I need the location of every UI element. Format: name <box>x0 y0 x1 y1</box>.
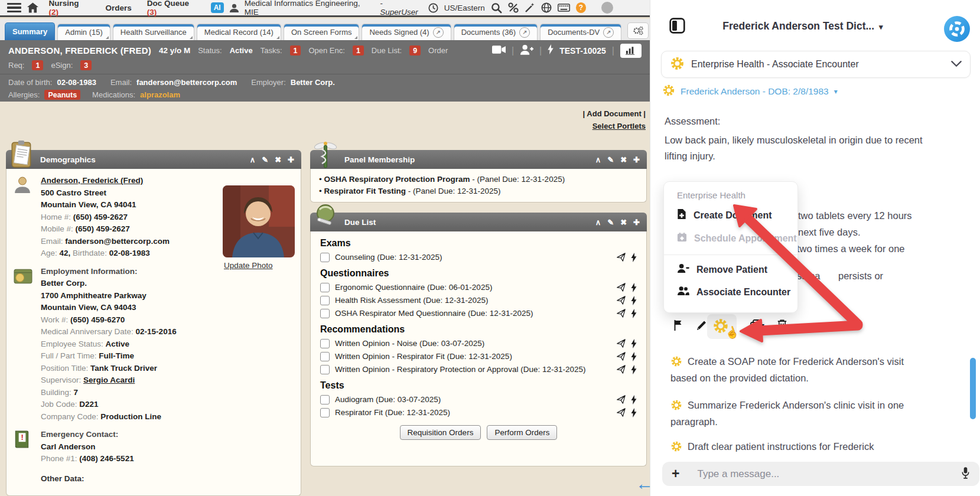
patient-dropdown-icon[interactable]: ▾ <box>834 87 838 96</box>
collapse-icon[interactable]: ∧ <box>595 218 601 227</box>
add-person-icon[interactable] <box>520 44 533 57</box>
due-list-header[interactable]: Due List ∧ ✎ ✖ ✚ <box>310 213 647 231</box>
move-icon[interactable]: ✚ <box>633 218 640 227</box>
lightning-icon[interactable] <box>548 44 554 57</box>
update-photo-link[interactable]: Update Photo <box>224 261 273 270</box>
close-icon[interactable]: ✖ <box>620 155 627 164</box>
menu-item-associate-encounter[interactable]: Associate Encounter <box>677 286 797 298</box>
nav-doc-queue[interactable]: Doc Queue (3) <box>147 0 200 17</box>
tab-settings-button[interactable] <box>627 22 649 39</box>
encounter-select[interactable]: Enterprise Health - Associate Encounter <box>661 51 971 78</box>
suggestion-instructions[interactable]: Draft clear patient instructions for Fre… <box>670 438 966 455</box>
panel-membership-header[interactable]: Panel Membership ∧ ✎ ✖ ✚ <box>310 150 647 169</box>
checkbox[interactable] <box>320 352 330 361</box>
attach-plus-icon[interactable]: + <box>672 466 679 482</box>
close-icon[interactable]: ✖ <box>620 218 627 227</box>
edit-icon[interactable]: ✎ <box>607 155 614 164</box>
suggestion-soap-note[interactable]: Create a SOAP note for Frederick Anderso… <box>670 353 921 386</box>
demographics-header[interactable]: Demographics ∧ ✎ ✖ ✚ <box>6 150 301 169</box>
menu-item-remove-patient[interactable]: Remove Patient <box>677 263 797 276</box>
lightning-icon[interactable] <box>631 253 637 262</box>
checkbox[interactable] <box>320 309 330 318</box>
checkbox[interactable] <box>320 395 330 404</box>
home-icon[interactable] <box>27 2 38 13</box>
supervisor-link[interactable]: Sergio Acardi <box>83 376 135 384</box>
patient-name-link[interactable]: Anderson, Frederick (Fred) <box>41 176 143 185</box>
search-icon[interactable] <box>491 2 502 14</box>
move-icon[interactable]: ✚ <box>633 155 640 164</box>
tab-medical-record[interactable]: Medical Record (14) <box>197 24 281 40</box>
esign-badge[interactable]: 3 <box>80 60 92 70</box>
checkbox[interactable] <box>320 339 330 348</box>
sidebar-scrollbar[interactable] <box>970 358 976 419</box>
edit-icon[interactable]: ✎ <box>607 218 614 227</box>
link-icon[interactable] <box>508 2 519 13</box>
tab-documents[interactable]: Documents (36)↗ <box>454 24 538 40</box>
keyboard-icon[interactable] <box>558 4 570 12</box>
lightning-icon[interactable] <box>631 395 637 404</box>
wand-icon[interactable] <box>525 2 535 13</box>
checkbox[interactable] <box>320 283 330 292</box>
medication-value[interactable]: alprazolam <box>140 90 180 99</box>
send-icon[interactable] <box>617 339 626 348</box>
order-link[interactable]: Order <box>428 46 448 55</box>
help-icon[interactable]: ? <box>576 2 587 13</box>
suggestion-summarize[interactable]: Summarize Frederick Anderson's clinic vi… <box>670 397 921 430</box>
lightning-icon[interactable] <box>631 408 637 417</box>
edit-icon[interactable]: ✎ <box>262 155 268 164</box>
ai-badge[interactable]: AI <box>211 2 224 13</box>
external-link-icon[interactable]: ↗ <box>519 27 530 38</box>
patient-context-link[interactable]: Frederick Anderson - DOB: 2/8/1983 ▾ <box>662 84 838 99</box>
tab-admin[interactable]: Admin (15) <box>57 24 110 40</box>
timezone[interactable]: US/Eastern <box>444 4 485 12</box>
send-icon[interactable] <box>617 253 626 262</box>
lightning-icon[interactable] <box>631 283 637 292</box>
trash-icon[interactable] <box>777 318 787 333</box>
tab-health-surveillance[interactable]: Health Surveillance <box>113 24 194 40</box>
microphone-icon[interactable] <box>961 466 970 481</box>
req-badge[interactable]: 1 <box>32 60 43 70</box>
send-icon[interactable] <box>617 365 626 374</box>
send-icon[interactable] <box>617 395 626 404</box>
open-enc-badge[interactable]: 1 <box>353 45 364 56</box>
menu-item-schedule-appointment[interactable]: Schedule Appointment <box>677 232 797 244</box>
patient-photo[interactable] <box>223 185 295 257</box>
send-icon[interactable] <box>617 309 626 318</box>
checkbox[interactable] <box>320 365 330 374</box>
app-logo[interactable] <box>943 15 971 45</box>
close-icon[interactable]: ✖ <box>275 155 281 164</box>
globe-icon[interactable] <box>541 2 552 13</box>
tab-documents-dv[interactable]: Documents-DV↗ <box>540 24 621 40</box>
lightning-icon[interactable] <box>631 296 637 305</box>
patient-name[interactable]: ANDERSON, FREDERICK (FRED) <box>8 45 151 56</box>
collapse-icon[interactable]: ∧ <box>595 155 601 164</box>
tab-summary[interactable]: Summary <box>5 22 55 40</box>
allergy-badge[interactable]: Peanuts <box>44 90 80 100</box>
nav-nursing[interactable]: Nursing (2) <box>49 0 90 17</box>
sidebar-toggle-icon[interactable] <box>669 18 685 36</box>
perform-orders-button[interactable]: Perform Orders <box>487 425 557 440</box>
external-link-icon[interactable]: ↗ <box>433 27 444 38</box>
tab-needs-signed[interactable]: Needs Signed (4)↗ <box>362 24 451 40</box>
lightning-icon[interactable] <box>631 365 637 374</box>
send-icon[interactable] <box>617 408 626 417</box>
send-icon[interactable] <box>617 283 626 292</box>
hamburger-menu-icon[interactable] <box>7 1 21 15</box>
chart-button[interactable] <box>620 44 642 58</box>
menu-item-create-document[interactable]: Create Document <box>677 208 797 222</box>
move-icon[interactable]: ✚ <box>288 155 294 164</box>
add-document-link[interactable]: | Add Document | <box>583 109 646 118</box>
due-list-badge[interactable]: 9 <box>409 45 421 56</box>
collapse-icon[interactable]: ∧ <box>250 155 256 164</box>
external-link-icon[interactable]: ↗ <box>603 27 614 38</box>
select-portlets-link[interactable]: Select Portlets <box>592 122 646 130</box>
lightning-icon[interactable] <box>631 352 637 361</box>
avatar[interactable] <box>601 2 613 14</box>
tab-on-screen-forms[interactable]: On Screen Forms <box>284 24 360 40</box>
conversation-title[interactable]: Frederick Anderson Test Dict...▾ <box>685 20 921 32</box>
checkbox[interactable] <box>320 253 330 262</box>
title-dropdown-icon[interactable]: ▾ <box>879 22 883 31</box>
copy-dropdown-icon[interactable]: ▾ <box>761 322 764 328</box>
chart-id[interactable]: TEST-10025 <box>559 46 606 56</box>
lightning-icon[interactable] <box>631 339 637 348</box>
